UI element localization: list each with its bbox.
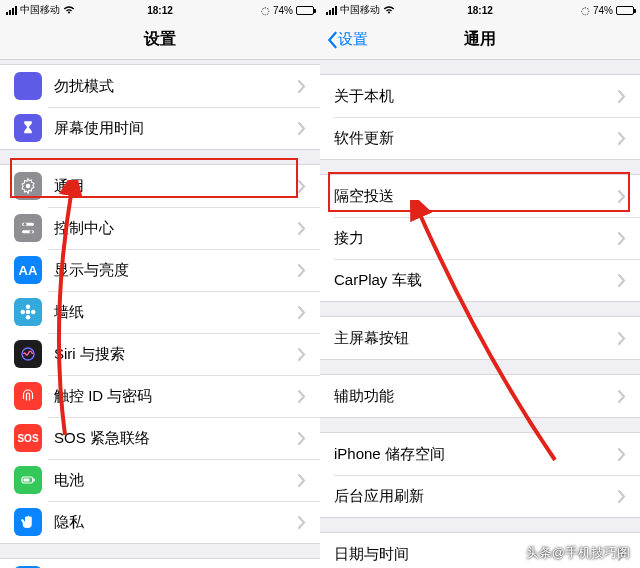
- chevron-right-icon: [618, 190, 626, 203]
- finger-icon: [14, 382, 42, 410]
- row-label: 隐私: [54, 513, 298, 532]
- gear-icon: [14, 172, 42, 200]
- svg-point-0: [26, 184, 31, 189]
- row-label: 隔空投送: [334, 187, 618, 206]
- row-privacy[interactable]: 隐私: [0, 501, 320, 543]
- battery-pct: 74%: [593, 5, 613, 16]
- row-隔空投送[interactable]: 隔空投送: [320, 175, 640, 217]
- chevron-right-icon: [618, 448, 626, 461]
- row-label: 主屏幕按钮: [334, 329, 618, 348]
- chevron-right-icon: [618, 490, 626, 503]
- svg-rect-13: [24, 479, 30, 482]
- row-label: iPhone 储存空间: [334, 445, 618, 464]
- chevron-right-icon: [618, 274, 626, 287]
- chevron-right-icon: [618, 390, 626, 403]
- svg-rect-12: [33, 479, 35, 482]
- row-battery[interactable]: 电池: [0, 459, 320, 501]
- row-screentime[interactable]: 屏幕使用时间: [0, 107, 320, 149]
- chevron-right-icon: [298, 390, 306, 403]
- row-label: 后台应用刷新: [334, 487, 618, 506]
- battery-icon: [296, 6, 314, 15]
- row-label: 触控 ID 与密码: [54, 387, 298, 406]
- chevron-right-icon: [618, 90, 626, 103]
- row-sos[interactable]: SOSSOS 紧急联络: [0, 417, 320, 459]
- row-display[interactable]: AA显示与亮度: [0, 249, 320, 291]
- svg-point-6: [26, 305, 31, 310]
- row-label: 控制中心: [54, 219, 298, 238]
- sos-icon: SOS: [14, 424, 42, 452]
- row-siri[interactable]: Siri 与搜索: [0, 333, 320, 375]
- hand-icon: [14, 508, 42, 536]
- wifi-icon: [63, 5, 75, 16]
- row-关于本机[interactable]: 关于本机: [320, 75, 640, 117]
- signal-icon: [326, 6, 337, 15]
- row-label: 通用: [54, 177, 298, 196]
- clock: 18:12: [467, 5, 493, 16]
- row-label: 墙纸: [54, 303, 298, 322]
- row-label: 电池: [54, 471, 298, 490]
- row-touchid[interactable]: 触控 ID 与密码: [0, 375, 320, 417]
- back-label: 设置: [338, 30, 368, 49]
- row-iphone储存空间[interactable]: iPhone 储存空间: [320, 433, 640, 475]
- switches-icon: [14, 214, 42, 242]
- row-controlcenter[interactable]: 控制中心: [0, 207, 320, 249]
- hourglass-icon: [14, 114, 42, 142]
- row-label: 辅助功能: [334, 387, 618, 406]
- chevron-right-icon: [298, 516, 306, 529]
- status-bar: 中国移动 18:12 ◌ 74%: [320, 0, 640, 20]
- back-button[interactable]: 设置: [326, 30, 368, 49]
- chevron-right-icon: [298, 348, 306, 361]
- loading-icon: ◌: [261, 5, 270, 16]
- chevron-right-icon: [618, 232, 626, 245]
- chevron-right-icon: [298, 474, 306, 487]
- chevron-right-icon: [298, 222, 306, 235]
- row-label: SOS 紧急联络: [54, 429, 298, 448]
- carrier-label: 中国移动: [340, 3, 380, 17]
- row-label: 勿扰模式: [54, 77, 298, 96]
- chevron-right-icon: [298, 432, 306, 445]
- battery-icon: [616, 6, 634, 15]
- chevron-right-icon: [298, 306, 306, 319]
- batt-icon: [14, 466, 42, 494]
- page-title: 通用: [464, 29, 496, 50]
- watermark: 头条@手机技巧阁: [526, 544, 630, 562]
- row-软件更新[interactable]: 软件更新: [320, 117, 640, 159]
- loading-icon: ◌: [581, 5, 590, 16]
- row-carplay车载[interactable]: CarPlay 车载: [320, 259, 640, 301]
- row-wallpaper[interactable]: 墙纸: [0, 291, 320, 333]
- moon-icon: [14, 72, 42, 100]
- chevron-right-icon: [298, 180, 306, 193]
- chevron-right-icon: [618, 332, 626, 345]
- row-label: 接力: [334, 229, 618, 248]
- signal-icon: [6, 6, 17, 15]
- status-bar: 中国移动 18:12 ◌ 74%: [0, 0, 320, 20]
- row-dnd[interactable]: 勿扰模式: [0, 65, 320, 107]
- chevron-right-icon: [298, 80, 306, 93]
- chevron-right-icon: [298, 264, 306, 277]
- svg-point-9: [31, 310, 36, 315]
- svg-point-3: [24, 223, 27, 226]
- row-appstore[interactable]: iTunes Store 与 App Store: [0, 559, 320, 568]
- row-label: 关于本机: [334, 87, 618, 106]
- svg-point-7: [26, 315, 31, 320]
- row-接力[interactable]: 接力: [320, 217, 640, 259]
- row-后台应用刷新[interactable]: 后台应用刷新: [320, 475, 640, 517]
- battery-pct: 74%: [273, 5, 293, 16]
- row-label: Siri 与搜索: [54, 345, 298, 364]
- row-label: 软件更新: [334, 129, 618, 148]
- navbar: 设置 通用: [320, 20, 640, 60]
- carrier-label: 中国移动: [20, 3, 60, 17]
- chevron-right-icon: [618, 132, 626, 145]
- row-general[interactable]: 通用: [0, 165, 320, 207]
- flower-icon: [14, 298, 42, 326]
- svg-point-4: [30, 230, 33, 233]
- svg-point-5: [26, 310, 31, 315]
- aa-icon: AA: [14, 256, 42, 284]
- row-label: 显示与亮度: [54, 261, 298, 280]
- row-label: CarPlay 车载: [334, 271, 618, 290]
- row-主屏幕按钮[interactable]: 主屏幕按钮: [320, 317, 640, 359]
- page-title: 设置: [144, 29, 176, 50]
- navbar: 设置: [0, 20, 320, 60]
- chevron-right-icon: [298, 122, 306, 135]
- row-辅助功能[interactable]: 辅助功能: [320, 375, 640, 417]
